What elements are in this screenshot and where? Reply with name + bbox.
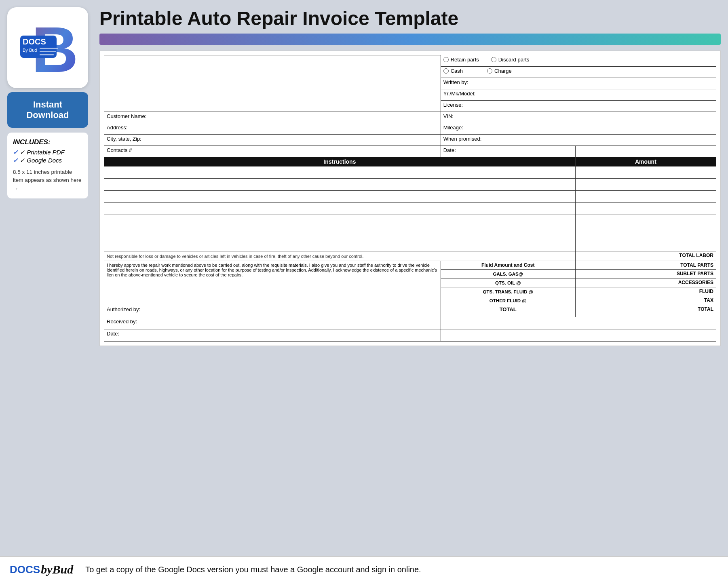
yr-mk-model-label: Yr./Mk/Model: — [443, 91, 475, 97]
radio-charge — [487, 68, 492, 74]
table-row — [104, 215, 716, 227]
written-by-label: Written by: — [443, 79, 468, 85]
date-bottom-cell: Date: — [104, 329, 441, 342]
total-labor-cell: TOTAL LABOR — [575, 251, 716, 261]
fluid-cell: FLUID — [575, 287, 716, 296]
mileage-label: Mileage: — [443, 124, 463, 131]
total-right-label: TOTAL — [578, 306, 713, 312]
received-by-label: Received by: — [107, 318, 137, 325]
logo-box: B DOCS By Bud — [7, 7, 88, 88]
approval-text: I hereby approve the repair work mention… — [107, 263, 437, 277]
svg-rect-7 — [40, 54, 54, 55]
fluid-header-label: Fluid Amount and Cost — [481, 262, 535, 268]
includes-pdf: ✓ ✓ Printable PDF — [13, 149, 82, 156]
address-cell: Address: — [104, 123, 441, 135]
gals-gas-label: GALS. GAS@ — [493, 272, 523, 276]
customer-name-cell: Customer Name: — [104, 112, 441, 123]
date-cell: Date: — [441, 146, 575, 157]
radio-cash — [443, 68, 449, 74]
includes-gdocs: ✓ ✓ Google Docs — [13, 157, 82, 164]
instant-download-label: Instant Download — [26, 99, 69, 120]
logo-svg: B DOCS By Bud — [11, 11, 84, 84]
total-right-cell: TOTAL — [575, 305, 716, 317]
authorized-by-label: Authorized by: — [107, 306, 140, 312]
sublet-parts-label: SUBLET PARTS — [578, 271, 713, 276]
qts-oil-label: QTS. OIL @ — [495, 280, 521, 285]
sublet-parts-cell: SUBLET PARTS — [575, 270, 716, 278]
radio-retain-discard: Retain parts Discard parts — [441, 55, 716, 67]
table-row: Customer Name: VIN: — [104, 112, 716, 123]
sidebar: B DOCS By Bud Instant Download INCLUDES:… — [7, 7, 92, 556]
license-cell: License: — [441, 101, 716, 112]
trans-fluid-label: QTS. TRANS. FLUID @ — [483, 289, 533, 294]
yr-mk-model-cell: Yr./Mk/Model: — [441, 89, 716, 101]
retain-parts-row: Retain parts — [443, 57, 479, 63]
table-row — [104, 179, 716, 191]
instant-download-button[interactable]: Instant Download — [7, 92, 88, 128]
invoice-preview: Retain parts Discard parts — [99, 51, 721, 346]
table-row — [104, 167, 716, 179]
fluid-header-cell: Fluid Amount and Cost — [441, 261, 575, 270]
tax-label: TAX — [578, 297, 713, 303]
cash-charge-row: Cash Charge — [441, 67, 716, 78]
charge-row: Charge — [487, 68, 512, 74]
authorized-row: Authorized by: TOTAL TOTAL — [104, 305, 716, 317]
disclaimer-cell: Not responsible for loss or damage to ve… — [104, 251, 576, 261]
license-label: License: — [443, 102, 463, 108]
mileage-cell: Mileage: — [441, 123, 716, 135]
gradient-bar — [99, 34, 721, 45]
svg-text:By Bud: By Bud — [23, 48, 37, 53]
table-row: Address: Mileage: — [104, 123, 716, 135]
approval-text-cell: I hereby approve the repair work mention… — [104, 261, 441, 305]
when-promised-cell2 — [575, 146, 716, 157]
gals-gas-cell: GALS. GAS@ — [441, 270, 575, 278]
disclaimer-text: Not responsible for loss or damage to ve… — [107, 254, 363, 259]
instructions-header: Instructions — [104, 157, 576, 167]
vin-label: VIN: — [443, 113, 454, 119]
received-row: Received by: — [104, 317, 716, 329]
address-label: Address: — [107, 124, 127, 131]
qts-oil-cell: QTS. OIL @ — [441, 278, 575, 287]
page-title: Printable Auto Repair Invoice Template — [99, 7, 721, 30]
footer-logo: DOCS byBud — [10, 563, 73, 576]
includes-section: INCLUDES: ✓ ✓ Printable PDF ✓ ✓ Google D… — [7, 133, 88, 198]
footer-logo-docs: DOCS — [10, 563, 40, 576]
written-by-cell: Written by: — [441, 78, 716, 89]
table-row — [104, 227, 716, 239]
table-row: Contacts # Date: — [104, 146, 716, 157]
includes-title: INCLUDES: — [13, 138, 82, 146]
accessories-cell: ACCESSORIES — [575, 278, 716, 287]
disclaimer-row: Not responsible for loss or damage to ve… — [104, 251, 716, 261]
main-content: Printable Auto Repair Invoice Template R… — [99, 7, 721, 556]
total-fluid-label: TOTAL — [500, 306, 517, 312]
retain-parts-label: Retain parts — [451, 57, 479, 63]
footer: DOCS byBud To get a copy of the Google D… — [0, 556, 728, 582]
other-fluid-cell: OTHER FLUID @ — [441, 296, 575, 305]
footer-text: To get a copy of the Google Docs version… — [85, 565, 421, 574]
fluid-label: FLUID — [578, 289, 713, 294]
tax-cell: TAX — [575, 296, 716, 305]
other-fluid-label: OTHER FLUID @ — [490, 298, 527, 303]
svg-rect-6 — [40, 51, 56, 52]
when-promised-label: When promised: — [443, 136, 482, 142]
date-bottom-row: Date: — [104, 329, 716, 342]
radio-retain — [443, 57, 449, 62]
radio-discard — [491, 57, 496, 62]
customer-name-label: Customer Name: — [107, 113, 146, 119]
date-label: Date: — [443, 147, 456, 153]
trans-fluid-cell: QTS. TRANS. FLUID @ — [441, 287, 575, 296]
includes-note: 8.5 x 11 inches printable item appears a… — [13, 168, 82, 193]
when-promised-cell: When promised: — [441, 135, 716, 146]
city-cell: City, state, Zip: — [104, 135, 441, 146]
authorized-by-cell: Authorized by: — [104, 305, 441, 317]
total-fluid-label-cell: TOTAL — [441, 305, 575, 317]
cash-label: Cash — [451, 68, 463, 74]
table-row — [104, 191, 716, 203]
contacts-cell: Contacts # — [104, 146, 441, 157]
table-row — [104, 239, 716, 251]
cash-row: Cash — [443, 68, 463, 74]
table-row — [104, 203, 716, 215]
city-label: City, state, Zip: — [107, 136, 141, 142]
footer-logo-bybud: byBud — [41, 563, 73, 576]
total-labor-label: TOTAL LABOR — [578, 253, 713, 258]
